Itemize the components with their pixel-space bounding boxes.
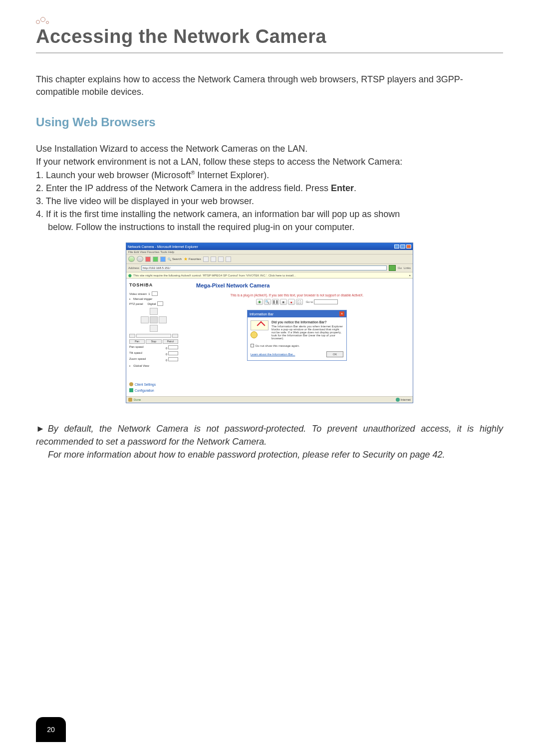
intro-paragraph: This chapter explains how to access the … bbox=[36, 73, 503, 98]
print-icon[interactable] bbox=[218, 256, 224, 262]
global-view-label: Global View bbox=[133, 364, 149, 367]
instr-line: Use Installation Wizard to access the Ne… bbox=[36, 142, 503, 155]
favorites-button[interactable]: ★Favorites bbox=[184, 256, 201, 261]
note-arrow-icon: ► bbox=[36, 424, 48, 434]
page-number-tab: 20 bbox=[36, 717, 66, 742]
window-titlebar: Network Camera - Microsoft Internet Expl… bbox=[126, 243, 413, 250]
expand-icon[interactable]: ▸ bbox=[129, 364, 132, 367]
stop-button[interactable]: Stop bbox=[146, 339, 161, 344]
home-icon[interactable] bbox=[160, 256, 166, 262]
ptz-left-button[interactable] bbox=[141, 316, 149, 323]
go-button[interactable] bbox=[389, 265, 396, 271]
record-icon[interactable]: ● bbox=[288, 299, 295, 305]
sidebar: TOSHIBA Video stream 1 ▸Manual trigger P… bbox=[126, 278, 181, 396]
dialog-close-icon[interactable]: × bbox=[339, 311, 344, 316]
ptz-home-button[interactable] bbox=[150, 316, 158, 323]
url-input[interactable]: http://192.168.5.151/ bbox=[141, 265, 387, 270]
note-line-2: For more information about how to enable… bbox=[36, 448, 503, 461]
ptz-panel-label: PTZ panel bbox=[129, 302, 143, 305]
tilt-speed-label: Tilt speed bbox=[129, 351, 142, 356]
fullscreen-icon[interactable]: ⛶ bbox=[296, 299, 303, 305]
video-stream-label: Video stream bbox=[129, 292, 147, 295]
ptz-up-button[interactable] bbox=[150, 308, 158, 315]
window-controls bbox=[394, 245, 411, 249]
ptz-down-button[interactable] bbox=[150, 325, 158, 332]
refresh-icon[interactable] bbox=[153, 256, 158, 262]
configuration-link[interactable]: Configuration bbox=[129, 388, 178, 392]
video-stream-select[interactable] bbox=[152, 291, 158, 296]
infobar-close-icon[interactable]: × bbox=[409, 274, 411, 277]
infobar-illustration bbox=[251, 320, 269, 330]
manual-trigger-label: Manual trigger bbox=[133, 297, 152, 300]
expand-icon[interactable]: ▸ bbox=[129, 297, 132, 300]
step-1: 1. Launch your web browser (Microsoft® I… bbox=[36, 169, 503, 182]
toolbar: 🔍 Search ★Favorites bbox=[126, 254, 413, 264]
decorative-bubbles-icon bbox=[36, 17, 51, 25]
brand-logo: TOSHIBA bbox=[129, 282, 178, 287]
information-bar-dialog: Information Bar × Did you notice the Inf… bbox=[247, 310, 347, 361]
goto-select[interactable] bbox=[314, 299, 338, 304]
pan-speed-value: 0 bbox=[166, 347, 167, 350]
zoom-in-button[interactable] bbox=[172, 334, 178, 338]
goto-label: Go to bbox=[306, 300, 313, 303]
ok-button[interactable]: OK bbox=[326, 351, 343, 357]
ptz-mode-value: Digital bbox=[148, 302, 156, 305]
address-label: Address bbox=[128, 266, 139, 269]
text: 2. Enter the IP address of the Network C… bbox=[36, 183, 331, 193]
status-text: Done bbox=[134, 398, 141, 401]
info-icon: ⬤ bbox=[128, 273, 132, 277]
learn-more-link[interactable]: Learn about the Information Bar... bbox=[251, 353, 295, 356]
dialog-heading: Did you notice the Information Bar? bbox=[271, 320, 343, 324]
information-bar[interactable]: ⬤ This site might require the following … bbox=[126, 272, 413, 278]
client-settings-link[interactable]: Client Settings bbox=[129, 382, 178, 386]
patrol-button[interactable]: Patrol bbox=[163, 339, 178, 344]
snapshot-icon[interactable]: ◉ bbox=[256, 299, 263, 305]
zoom-icon[interactable]: 🔍 bbox=[264, 299, 271, 305]
text: Configuration bbox=[135, 389, 154, 392]
mail-icon[interactable] bbox=[211, 256, 216, 262]
dialog-title: Information Bar bbox=[250, 312, 273, 316]
links-label[interactable]: Links bbox=[404, 266, 411, 269]
note-line-1: By default, the Network Camera is not pa… bbox=[36, 424, 503, 447]
pan-button[interactable]: Pan bbox=[129, 339, 145, 344]
zoom-out-button[interactable] bbox=[129, 334, 135, 338]
infobar-text: This site might require the following Ac… bbox=[133, 274, 296, 277]
close-icon[interactable] bbox=[406, 245, 411, 249]
text: Internet Explorer). bbox=[195, 170, 269, 180]
dont-show-checkbox[interactable] bbox=[251, 344, 254, 347]
back-button[interactable] bbox=[128, 256, 135, 262]
viewer-panel: Mega-Pixel Network Camera This is a plug… bbox=[181, 278, 413, 396]
text: Search bbox=[172, 257, 182, 260]
menu-bar[interactable]: File Edit View Favorites Tools Help bbox=[126, 250, 413, 254]
go-label: Go bbox=[398, 266, 402, 269]
stop-icon[interactable]: ■ bbox=[280, 299, 287, 305]
search-button[interactable]: 🔍 Search bbox=[168, 257, 182, 261]
viewer-toolbar: ◉ 🔍 ❚❚ ■ ● ⛶ Go to bbox=[186, 299, 408, 305]
pause-icon[interactable]: ❚❚ bbox=[272, 299, 279, 305]
pan-speed-select[interactable] bbox=[168, 345, 178, 349]
maximize-icon[interactable] bbox=[400, 245, 405, 249]
minimize-icon[interactable] bbox=[394, 245, 399, 249]
address-bar: Address http://192.168.5.151/ Go Links bbox=[126, 264, 413, 272]
stop-icon[interactable] bbox=[145, 256, 151, 262]
ptz-mode-select[interactable] bbox=[157, 301, 163, 306]
text: . bbox=[354, 183, 356, 193]
tilt-speed-select[interactable] bbox=[168, 351, 178, 355]
dialog-body-text: The Information Bar alerts you when Inte… bbox=[271, 325, 343, 340]
edit-icon[interactable] bbox=[226, 256, 231, 262]
step-2: 2. Enter the IP address of the Network C… bbox=[36, 182, 503, 195]
ptz-direction-pad bbox=[139, 308, 168, 332]
zoom-speed-label: Zoom speed bbox=[129, 357, 146, 362]
ptz-right-button[interactable] bbox=[159, 316, 167, 323]
internet-zone-icon bbox=[396, 398, 400, 402]
zoom-slider[interactable] bbox=[136, 334, 171, 338]
forward-button[interactable] bbox=[137, 256, 143, 262]
instr-line: If your network environment is not a LAN… bbox=[36, 155, 503, 168]
lightbulb-icon bbox=[251, 331, 258, 338]
done-icon bbox=[128, 398, 132, 402]
history-icon[interactable] bbox=[203, 256, 209, 262]
page-number: 20 bbox=[47, 726, 55, 734]
zoom-speed-value: 0 bbox=[166, 359, 167, 362]
zoom-speed-select[interactable] bbox=[168, 357, 178, 361]
step-4-cont: below. Follow the instructions to instal… bbox=[36, 221, 503, 234]
